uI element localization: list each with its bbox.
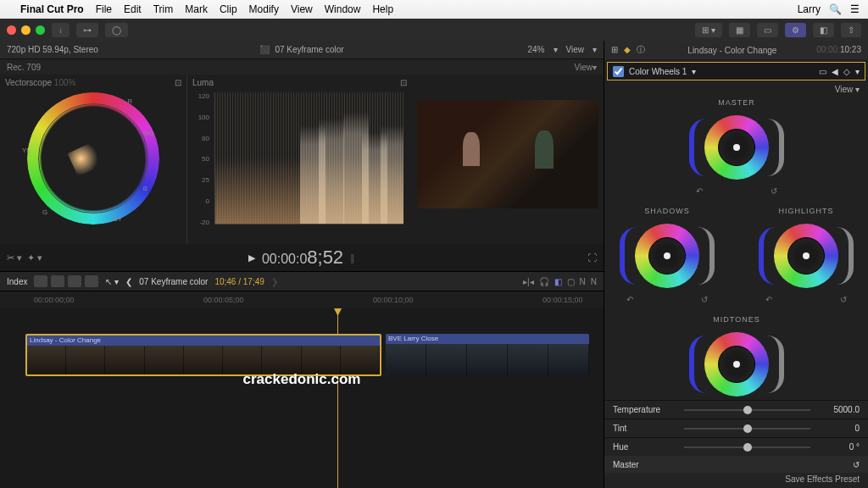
info-inspector-icon[interactable]: ⓘ: [637, 45, 645, 54]
append-clip-button[interactable]: [68, 275, 81, 287]
luma-tick: 120: [192, 92, 209, 100]
video-inspector-icon[interactable]: ⊞: [611, 45, 618, 54]
menu-clip[interactable]: Clip: [220, 3, 237, 15]
color-inspector-button[interactable]: ⚙: [785, 23, 806, 37]
mask-icon[interactable]: ▭: [819, 67, 826, 76]
reset-icon[interactable]: ↺: [853, 460, 860, 469]
crop-tool-icon[interactable]: ✂ ▾: [7, 252, 22, 263]
color-inspector-icon[interactable]: ◆: [624, 45, 631, 54]
app-name[interactable]: Final Cut Pro: [20, 3, 84, 15]
zoom-window-button[interactable]: [36, 25, 45, 35]
transport-bar: ✂ ▾ ✦ ▾ ▶ 00:00:08;52 ‖ ⛶: [0, 244, 604, 271]
reset-icon[interactable]: ↺: [840, 295, 847, 304]
color-wheel-shadows[interactable]: SHADOWS ↶↺: [620, 207, 715, 304]
timeline-nav-fwd[interactable]: N: [591, 277, 597, 286]
nudge-left-icon[interactable]: ↶: [765, 295, 772, 304]
hue-value[interactable]: 0 °: [817, 442, 860, 452]
view-chevron-icon[interactable]: ▾: [593, 45, 597, 54]
insert-clip-button[interactable]: [51, 275, 64, 287]
menu-mark[interactable]: Mark: [185, 3, 208, 15]
clapper-icon: ⬛: [259, 45, 270, 54]
clip-appearance-1[interactable]: ▦: [729, 23, 750, 37]
viewer-title: 07 Keyframe color: [275, 45, 343, 54]
scope-settings-icon[interactable]: ⊡: [400, 78, 407, 87]
viewer-header: 720p HD 59.94p, Stereo ⬛ 07 Keyframe col…: [0, 41, 604, 59]
overwrite-clip-button[interactable]: [85, 275, 98, 287]
timeline-clip-a[interactable]: Lindsay - Color Change: [25, 334, 381, 376]
skimming-icon[interactable]: ▸|◂: [523, 277, 534, 286]
prev-keyframe-icon[interactable]: ◀: [832, 67, 838, 76]
color-wheel-midtones[interactable]: MIDTONES ↶↺: [689, 315, 784, 413]
master-disclosure[interactable]: Master: [613, 460, 639, 469]
bg-tasks-button[interactable]: ◯: [105, 23, 128, 37]
timeline-clip-b[interactable]: BVE Larry Close: [386, 334, 589, 376]
menu-edit[interactable]: Edit: [124, 3, 142, 15]
inspector-toggle-button[interactable]: ◧: [813, 23, 834, 37]
timeline-ruler[interactable]: 00:00:00;00 00:00:05;00 00:00:10;00 00:0…: [0, 291, 604, 308]
timeline-time-info: 10;46 / 17;49: [214, 277, 264, 286]
index-button[interactable]: Index: [7, 277, 27, 286]
menu-modify[interactable]: Modify: [249, 3, 279, 15]
connect-clip-button[interactable]: [34, 275, 47, 287]
inspector-panel: ⊞ ◆ ⓘ Lindsay - Color Change 00:00:10:23…: [604, 41, 868, 488]
save-effects-preset[interactable]: Save Effects Preset: [785, 474, 860, 484]
macos-menubar: Final Cut Pro File Edit Trim Mark Clip M…: [0, 0, 868, 19]
timeline-history-back[interactable]: ❮: [125, 277, 132, 286]
solo-icon[interactable]: ◧: [554, 277, 562, 286]
hue-slider[interactable]: [684, 446, 810, 448]
zoom-level[interactable]: 24%: [527, 45, 544, 54]
luma-label: Luma: [192, 78, 214, 87]
tint-slider-row: Tint 0: [604, 419, 868, 437]
reset-icon[interactable]: ↺: [701, 295, 708, 304]
loop-icon[interactable]: ‖: [350, 252, 355, 263]
spotlight-icon[interactable]: 🔍: [829, 3, 842, 15]
keyword-button[interactable]: ⊶: [76, 23, 98, 37]
menu-file[interactable]: File: [96, 3, 112, 15]
close-window-button[interactable]: [7, 25, 16, 35]
correction-name[interactable]: Color Wheels 1: [629, 67, 687, 76]
arrow-tool-icon[interactable]: ↖ ▾: [105, 277, 119, 286]
browser-layout-button[interactable]: ⊞ ▾: [695, 23, 722, 37]
menu-window[interactable]: Window: [325, 3, 361, 15]
clip-label: BVE Larry Close: [386, 334, 589, 344]
inspector-view-menu[interactable]: View: [835, 85, 854, 94]
timeline-nav-back[interactable]: N: [580, 277, 586, 286]
fullscreen-icon[interactable]: ⛶: [587, 252, 597, 263]
menu-trim[interactable]: Trim: [153, 3, 174, 15]
clip-label: Lindsay - Color Change: [27, 336, 380, 346]
nudge-left-icon[interactable]: ↶: [626, 295, 633, 304]
user-name[interactable]: Larry: [798, 3, 821, 15]
color-wheel-master[interactable]: MASTER ↶↺: [689, 98, 784, 196]
reset-icon[interactable]: ↺: [771, 186, 777, 196]
menu-extras-icon[interactable]: ☰: [850, 3, 860, 15]
temperature-slider[interactable]: [684, 409, 810, 411]
scope-settings-icon[interactable]: ⊡: [175, 78, 181, 87]
transform-tool-icon[interactable]: ✦ ▾: [27, 252, 42, 263]
add-keyframe-icon[interactable]: ◇: [843, 67, 850, 76]
slider-label: Tint: [613, 424, 677, 433]
clip-appearance-2[interactable]: ▭: [757, 23, 778, 37]
share-button[interactable]: ⇧: [841, 23, 861, 37]
tint-slider[interactable]: [684, 428, 810, 430]
viewer-view-menu[interactable]: View: [566, 45, 585, 54]
tint-value[interactable]: 0: [817, 424, 860, 433]
zoom-chevron-icon[interactable]: ▾: [554, 45, 558, 54]
scopes-view-menu[interactable]: View: [575, 63, 593, 72]
play-button[interactable]: ▶: [248, 252, 255, 263]
next-keyframe-icon[interactable]: ▾: [855, 67, 860, 76]
nudge-left-icon[interactable]: ↶: [696, 186, 703, 196]
correction-selector[interactable]: Color Wheels 1▾ ▭ ◀ ◇ ▾: [607, 62, 865, 80]
menu-view[interactable]: View: [291, 3, 313, 15]
snapping-icon[interactable]: ▢: [567, 277, 575, 286]
timeline-tracks[interactable]: crackedonic.com ↖ Lindsay - Color Change…: [0, 308, 604, 488]
luma-tick: 80: [192, 135, 209, 142]
color-wheel-highlights[interactable]: HIGHLIGHTS ↶↺: [759, 207, 854, 304]
temperature-value[interactable]: 5000.0: [817, 405, 860, 414]
audio-skim-icon[interactable]: 🎧: [539, 277, 549, 286]
timeline-history-fwd[interactable]: ❯: [271, 277, 278, 286]
import-button[interactable]: ↓: [52, 23, 70, 37]
menu-help[interactable]: Help: [372, 3, 393, 15]
ruler-tick: 00:00:00;00: [34, 296, 75, 304]
minimize-window-button[interactable]: [21, 25, 31, 35]
correction-enable-checkbox[interactable]: [613, 66, 624, 77]
